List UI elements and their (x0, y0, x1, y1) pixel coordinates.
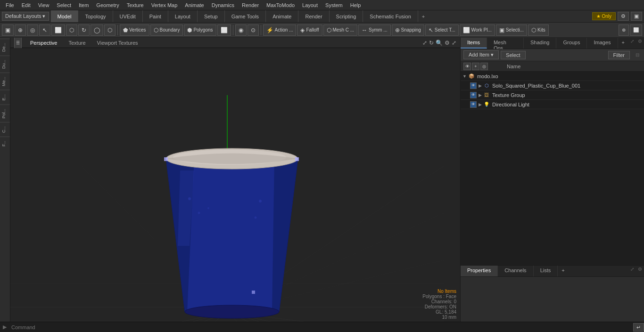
menu-help[interactable]: Help (347, 1, 365, 9)
menu-render[interactable]: Render (238, 1, 263, 9)
viewport-ctrl-rotate[interactable]: ↻ (429, 40, 434, 46)
toolbar-btn-box1[interactable]: ⬜ (217, 24, 231, 36)
toolbar-icon-btn1[interactable]: ⊕ (619, 24, 629, 36)
left-tab-2[interactable]: Me... (0, 73, 10, 90)
menu-item[interactable]: Item (75, 1, 92, 9)
toolbar-btn-circle1[interactable]: ◉ (235, 24, 247, 36)
render-icon[interactable]: ◎ (480, 63, 488, 70)
list-item-texture-group[interactable]: 👁 ▶ 🖼 Texture Group (461, 90, 644, 100)
add-item-button[interactable]: Add Item ▾ (463, 50, 499, 59)
menu-dynamics[interactable]: Dynamics (208, 1, 238, 9)
command-input[interactable] (9, 324, 633, 330)
panel-tab-shading[interactable]: Shading (524, 38, 556, 49)
viewport-tab-perspective[interactable]: Perspective (27, 39, 60, 47)
prop-tab-channels[interactable]: Channels (498, 266, 533, 276)
toolbar-select-t[interactable]: ↖ Select T... (425, 24, 459, 36)
layout-tab-layout[interactable]: Layout (168, 10, 198, 22)
menu-animate[interactable]: Animate (181, 1, 207, 9)
list-item-cup-mesh[interactable]: 👁 ▶ ⬡ Solo_Squared_Plastic_Cup_Blue_001 (461, 81, 644, 90)
viewport-ctrl-settings[interactable]: ⚙ (445, 40, 450, 46)
list-item-directional-light[interactable]: 👁 ▶ 💡 Directional Light (461, 100, 644, 109)
toolbar-btn-circle2[interactable]: ⊙ (248, 24, 259, 36)
layout-tab-uvedit[interactable]: UVEdit (113, 10, 143, 22)
list-item-modo-bxo[interactable]: ▼ 📦 modo.lxo (461, 72, 644, 81)
prop-maximize-btn[interactable]: ⤢ (628, 266, 636, 276)
toolbar-btn-1[interactable]: ⊕ (15, 24, 26, 36)
prop-settings-btn[interactable]: ⚙ (636, 266, 644, 276)
layout-view-button[interactable]: ▣ (631, 12, 642, 21)
panel-tab-items[interactable]: Items (461, 38, 487, 49)
left-tab-0[interactable]: De... (0, 39, 10, 56)
toolbar-btn-6[interactable]: ↻ (78, 24, 90, 36)
menu-select[interactable]: Select (53, 1, 75, 9)
filter-button[interactable]: Filter (608, 51, 630, 59)
viewport-ctrl-zoom[interactable]: 🔍 (436, 40, 443, 46)
toolbar-btn-7[interactable]: ◯ (91, 24, 103, 36)
layout-settings-button[interactable]: ⚙ (618, 12, 629, 21)
eye-directional-light[interactable]: 👁 (470, 101, 477, 108)
toolbar-btn-3[interactable]: ↖ (39, 24, 50, 36)
toolbar-snapping[interactable]: ⊕ Snapping (392, 24, 424, 36)
toolbar-btn-0[interactable]: ▣ (2, 24, 14, 36)
eye-texture-group[interactable]: 👁 (470, 92, 477, 98)
layout-tab-setup[interactable]: Setup (198, 10, 225, 22)
toolbar-btn-8[interactable]: ⬡ (104, 24, 116, 36)
viewport-canvas[interactable]: Z Y X No Items Polygons : Face Channels:… (10, 48, 460, 322)
layout-tab-add[interactable]: + (418, 12, 429, 21)
toolbar-btn-2[interactable]: ◎ (27, 24, 38, 36)
menu-file[interactable]: File (2, 1, 18, 9)
left-tab-6[interactable]: F... (0, 137, 10, 150)
star-only-button[interactable]: ★ Only (592, 12, 616, 20)
visibility-icon[interactable]: 👁 (463, 63, 471, 70)
layout-tab-schematic[interactable]: Schematic Fusion (363, 10, 418, 22)
prop-tab-add[interactable]: + (558, 266, 568, 276)
toolbar-symm[interactable]: ↔ Symm ... (358, 24, 390, 36)
menu-texture[interactable]: Texture (123, 1, 148, 9)
layout-tab-animate[interactable]: Animate (266, 10, 298, 22)
layout-tab-model[interactable]: Model (51, 10, 79, 22)
layout-tab-scripting[interactable]: Scripting (330, 10, 363, 22)
viewport-menu-btn[interactable]: ☰ (14, 38, 22, 49)
left-tab-3[interactable]: E... (0, 90, 10, 105)
toolbar-boundary[interactable]: ⬡ Boundary (150, 24, 183, 36)
menu-system[interactable]: System (322, 1, 347, 9)
toolbar-polygons[interactable]: ⬢ Polygons (184, 24, 216, 36)
toolbar-selecti[interactable]: ▣ Selecti... (496, 24, 527, 36)
toolbar-btn-4[interactable]: ⬜ (51, 24, 65, 36)
toolbar-btn-5[interactable]: ⬡ (66, 24, 77, 36)
prop-tab-properties[interactable]: Properties (461, 266, 498, 276)
layout-tab-topology[interactable]: Topology (78, 10, 113, 22)
viewport-tab-texture[interactable]: Texture (66, 39, 88, 47)
menu-geometry[interactable]: Geometry (92, 1, 123, 9)
panel-tab-mesh-ops[interactable]: Mesh Ops (487, 38, 524, 49)
panel-tab-groups[interactable]: Groups (556, 38, 587, 49)
left-tab-5[interactable]: C... (0, 122, 10, 137)
menu-maxtomodo[interactable]: MaxToModo (263, 1, 298, 9)
select-button[interactable]: Select (501, 51, 526, 59)
panel-settings-btn[interactable]: ⚙ (636, 38, 644, 49)
items-collapse-btn[interactable]: ⊟ (634, 51, 641, 58)
toolbar-vertices[interactable]: ⬟ Vertices (120, 24, 149, 36)
toolbar-work-pl[interactable]: ⬜ Work Pl... (460, 24, 495, 36)
eye-cup-mesh[interactable]: 👁 (470, 82, 477, 89)
prop-tab-lists[interactable]: Lists (534, 266, 558, 276)
menu-edit[interactable]: Edit (18, 1, 34, 9)
panel-tab-add[interactable]: + (618, 38, 628, 49)
layout-tab-gametools[interactable]: Game Tools (225, 10, 266, 22)
menu-vertex-map[interactable]: Vertex Map (148, 1, 182, 9)
viewport-ctrl-expand[interactable]: ⤢ (452, 40, 456, 46)
menu-view[interactable]: View (34, 1, 53, 9)
layout-selector[interactable]: Default Layouts ▾ (2, 12, 49, 21)
left-tab-4[interactable]: Pol... (0, 105, 10, 122)
menu-layout[interactable]: Layout (298, 1, 322, 9)
toolbar-falloff[interactable]: ◈ Falloff (297, 24, 322, 36)
viewport-ctrl-move[interactable]: ⤢ (422, 40, 427, 46)
left-tab-1[interactable]: Du... (0, 56, 10, 73)
toolbar-action[interactable]: ⚡ Action ... (263, 24, 297, 36)
command-run-button[interactable]: ↵ (633, 323, 644, 332)
layout-tab-render[interactable]: Render (298, 10, 329, 22)
toolbar-icon-btn2[interactable]: ⬜ (630, 24, 642, 36)
panel-tab-images[interactable]: Images (587, 38, 618, 49)
toolbar-mesh[interactable]: ⬡ Mesh C ... (323, 24, 358, 36)
toolbar-kits[interactable]: ⬡ Kits (528, 24, 549, 36)
